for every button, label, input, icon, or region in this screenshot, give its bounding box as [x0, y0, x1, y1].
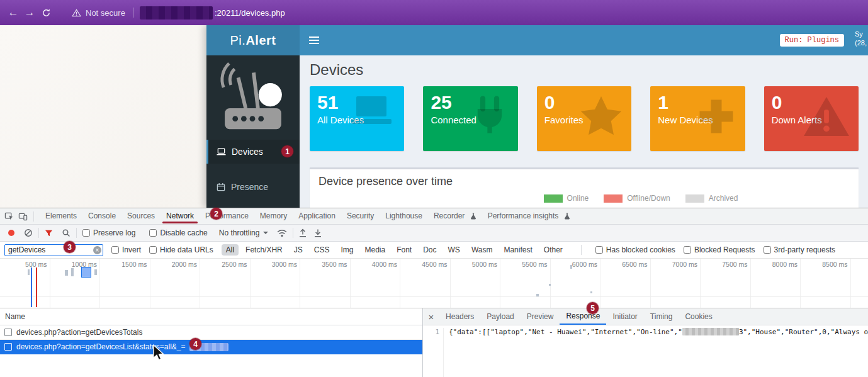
- detail-tab-cookies[interactable]: Cookies: [679, 308, 718, 325]
- back-icon[interactable]: ←: [5, 6, 21, 19]
- detail-tab-response[interactable]: Response: [560, 308, 606, 325]
- filter-type-fetch-xhr[interactable]: Fetch/XHR: [241, 244, 287, 256]
- card-new-devices[interactable]: 1 New Devices: [650, 86, 745, 151]
- filter-type-all[interactable]: All: [222, 244, 239, 256]
- response-text: {"data":[["laptop","Net - Huawei","Inter…: [449, 328, 682, 336]
- detail-tab-headers[interactable]: Headers: [439, 308, 480, 325]
- refresh-icon[interactable]: [42, 8, 58, 18]
- card-all-devices[interactable]: 51 All Devices: [310, 86, 404, 151]
- devtools-tab-network[interactable]: Network: [161, 208, 200, 224]
- detail-tab-timing[interactable]: Timing: [644, 308, 679, 325]
- filter-input[interactable]: [4, 244, 103, 256]
- request-row-selected[interactable]: devices.php?action=getDevicesList&status…: [0, 340, 422, 354]
- forward-icon[interactable]: →: [21, 6, 38, 19]
- card-favorites[interactable]: 0 Favorites: [537, 86, 631, 151]
- preserve-log-checkbox[interactable]: [82, 229, 90, 237]
- sidebar-item-presence[interactable]: Presence: [206, 175, 300, 199]
- timeline-label: 2500 ms: [200, 259, 251, 308]
- card-connected[interactable]: 25 Connected: [423, 86, 517, 151]
- mouse-cursor: [152, 344, 164, 361]
- filter-type-doc[interactable]: Doc: [419, 244, 441, 256]
- devtools-tab-console[interactable]: Console: [82, 208, 121, 224]
- filter-type-font[interactable]: Font: [392, 244, 416, 256]
- record-button[interactable]: [8, 230, 14, 236]
- inspect-element-icon[interactable]: [4, 211, 14, 221]
- invert-checkbox[interactable]: [111, 246, 119, 254]
- filter-funnel-icon[interactable]: [45, 229, 53, 237]
- clear-icon[interactable]: [24, 228, 33, 237]
- blocked-requests-label: Blocked Requests: [694, 245, 755, 254]
- request-row[interactable]: devices.php?action=getDevicesTotals: [0, 325, 422, 340]
- timeline-label: 7500 ms: [701, 259, 751, 308]
- run-plugins-button[interactable]: Run: Plugins: [780, 34, 844, 47]
- requests-table: Name devices.php?action=getDevicesTotals…: [0, 308, 423, 377]
- timeline-label: 7000 ms: [651, 259, 701, 308]
- filter-type-ws[interactable]: WS: [444, 244, 465, 256]
- filter-type-manifest[interactable]: Manifest: [499, 244, 536, 256]
- timeline-activity-bar: [81, 267, 91, 278]
- legend-item-online[interactable]: Online: [544, 194, 589, 203]
- redacted-response-value: [682, 328, 739, 335]
- warning-icon: [802, 95, 851, 138]
- timeline-activity-bar: [65, 270, 68, 276]
- legend-item-archived[interactable]: Archived: [685, 194, 738, 203]
- presence-panel-title: Device presence over time: [318, 175, 850, 188]
- experiment-flask-icon: [564, 212, 570, 220]
- card-down-alerts[interactable]: 0 Down Alerts: [764, 86, 859, 151]
- devtools-tab-sources[interactable]: Sources: [121, 208, 161, 224]
- third-party-requests-checkbox[interactable]: [764, 246, 771, 254]
- close-icon[interactable]: ×: [423, 312, 439, 322]
- devtools-tab-lighthouse[interactable]: Lighthouse: [380, 208, 428, 224]
- invert-label: Invert: [122, 245, 141, 254]
- plus-icon: [695, 95, 738, 138]
- disable-cache-checkbox[interactable]: [149, 229, 157, 237]
- app-logo[interactable]: Pi.Alert: [206, 25, 300, 55]
- detail-tab-initiator[interactable]: Initiator: [606, 308, 643, 325]
- has-blocked-cookies-checkbox[interactable]: [595, 246, 603, 254]
- search-icon[interactable]: [62, 228, 70, 237]
- devtools-tab-application[interactable]: Application: [293, 208, 341, 224]
- filter-type-media[interactable]: Media: [360, 244, 390, 256]
- filter-type-wasm[interactable]: Wasm: [467, 244, 497, 256]
- filter-type-css[interactable]: CSS: [310, 244, 334, 256]
- network-overview-timeline[interactable]: 500 ms 1000 ms 1500 ms 2000 ms 2500 ms 3…: [0, 259, 868, 308]
- filter-type-img[interactable]: Img: [336, 244, 358, 256]
- devtools-tab-recorder[interactable]: Recorder: [428, 208, 482, 224]
- filter-type-js[interactable]: JS: [290, 244, 307, 256]
- address-bar[interactable]: :20211/devices.php: [140, 6, 285, 20]
- filter-type-other[interactable]: Other: [539, 244, 567, 256]
- divider: [581, 245, 582, 255]
- devtools-tab-security[interactable]: Security: [341, 208, 380, 224]
- export-har-icon[interactable]: [314, 228, 322, 237]
- sidebar-item-label: Devices: [232, 147, 263, 157]
- legend-swatch: [685, 194, 704, 203]
- detail-tab-payload[interactable]: Payload: [480, 308, 520, 325]
- hamburger-menu-icon[interactable]: [300, 25, 329, 55]
- pialert-app: Pi.Alert Devices: [206, 25, 868, 208]
- detail-tab-bar: × Headers Payload Preview Response Initi…: [423, 308, 868, 325]
- devtools-tab-elements[interactable]: Elements: [40, 208, 82, 224]
- legend-swatch: [544, 194, 563, 203]
- device-toolbar-icon[interactable]: [18, 211, 28, 221]
- clear-filter-icon[interactable]: ×: [93, 246, 101, 254]
- sidebar-item-label: Presence: [231, 182, 268, 192]
- throttling-select[interactable]: No throttling: [219, 228, 269, 237]
- divider: [76, 228, 77, 238]
- hide-data-urls-checkbox[interactable]: [149, 246, 157, 254]
- annotation-badge-3: 3: [64, 241, 76, 253]
- plug-icon: [469, 95, 510, 137]
- browser-toolbar: ← → Not secure :20211/devices.php: [0, 0, 868, 25]
- devtools-tab-memory[interactable]: Memory: [254, 208, 293, 224]
- import-har-icon[interactable]: [299, 228, 307, 237]
- legend-item-offline-down[interactable]: Offline/Down: [604, 194, 670, 203]
- timeline-label: 2000 ms: [150, 259, 201, 308]
- legend-swatch: [604, 194, 623, 203]
- detail-tab-preview[interactable]: Preview: [521, 308, 560, 325]
- devtools-tab-performance-insights[interactable]: Performance insights: [482, 208, 576, 224]
- network-conditions-icon[interactable]: [277, 229, 287, 237]
- blocked-requests-checkbox[interactable]: [684, 246, 691, 254]
- not-secure-chip[interactable]: Not secure: [72, 8, 125, 18]
- devtools-tab-performance[interactable]: Performance: [200, 208, 254, 224]
- requests-name-header[interactable]: Name: [0, 308, 422, 325]
- timeline-label: 3500 ms: [300, 259, 351, 308]
